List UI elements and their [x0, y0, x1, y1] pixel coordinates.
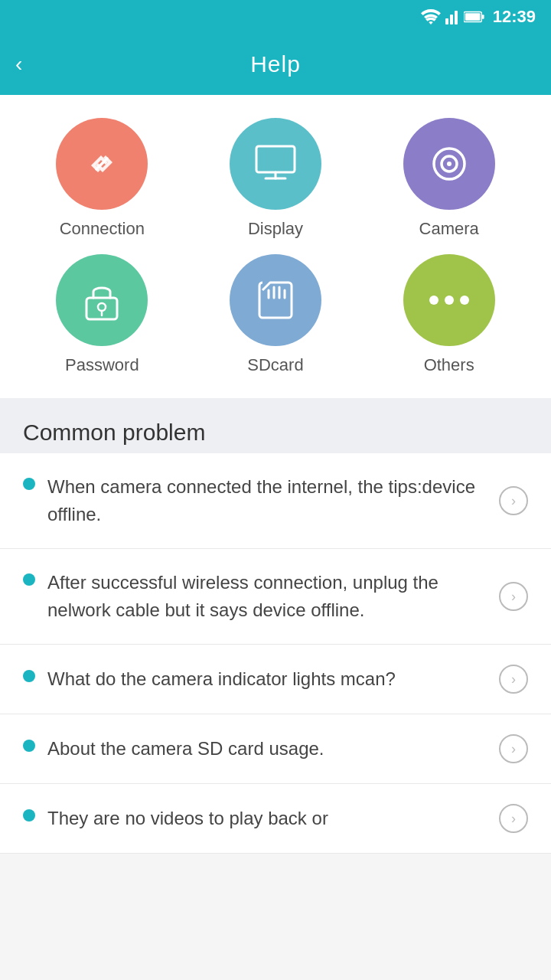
list-item-text: What do the camera indicator lights mcan… [47, 665, 396, 693]
header: ‹ Help [0, 34, 551, 95]
back-button[interactable]: ‹ [15, 54, 22, 75]
dots-icon [426, 291, 472, 309]
svg-point-22 [460, 296, 469, 305]
list-bullet [23, 809, 35, 822]
list-item-left: After successful wireless connection, un… [23, 569, 499, 624]
category-label-display: Display [248, 219, 303, 239]
list-bullet [23, 573, 35, 586]
chevron-right-icon: › [499, 582, 528, 611]
list-item[interactable]: When camera connected the internel, the … [0, 453, 551, 549]
category-label-camera: Camera [419, 219, 479, 239]
list-bullet [23, 670, 35, 682]
list-item-text: About the camera SD card usage. [47, 735, 324, 763]
svg-rect-4 [482, 15, 484, 19]
category-item-display[interactable]: Display [189, 118, 363, 239]
page-title: Help [250, 51, 301, 77]
category-item-others[interactable]: Others [362, 254, 536, 375]
svg-point-12 [447, 162, 452, 166]
common-problem-section: Common problem [0, 398, 551, 453]
category-circle-sdcard [230, 254, 321, 346]
battery-icon [464, 10, 485, 24]
category-label-others: Others [424, 355, 474, 375]
list-item-left: When camera connected the internel, the … [23, 473, 499, 528]
svg-point-21 [445, 296, 454, 305]
status-bar: 12:39 [0, 0, 551, 34]
list-item-text: After successful wireless connection, un… [47, 569, 484, 624]
category-circle-password [56, 254, 148, 346]
svg-point-14 [98, 303, 106, 311]
svg-rect-0 [445, 18, 448, 24]
category-label-password: Password [65, 355, 139, 375]
lock-icon [83, 278, 121, 322]
list-item[interactable]: They are no videos to play back or › [0, 784, 551, 854]
list-item-left: About the camera SD card usage. [23, 735, 499, 763]
chevron-right-icon: › [499, 804, 528, 833]
list-item[interactable]: After successful wireless connection, un… [0, 549, 551, 645]
list-bullet [23, 478, 35, 490]
list-item-left: What do the camera indicator lights mcan… [23, 665, 499, 693]
category-circle-others [403, 254, 495, 346]
category-label-sdcard: SDcard [247, 355, 303, 375]
category-label-connection: Connection [60, 219, 145, 239]
status-icons: 12:39 [421, 7, 536, 27]
svg-point-20 [429, 296, 439, 305]
svg-rect-7 [256, 146, 295, 172]
list-bullet [23, 740, 35, 752]
category-item-sdcard[interactable]: SDcard [189, 254, 363, 375]
category-item-camera[interactable]: Camera [362, 118, 536, 239]
category-circle-connection [56, 118, 148, 210]
chevron-right-icon: › [499, 665, 528, 694]
signal-icon [445, 9, 459, 24]
sdcard-icon [258, 279, 293, 321]
chevron-right-icon: › [499, 734, 528, 763]
status-time: 12:39 [493, 7, 536, 27]
category-item-password[interactable]: Password [15, 254, 189, 375]
list-item-text: When camera connected the internel, the … [47, 473, 484, 528]
category-grid: Connection Display Camera [15, 118, 536, 375]
list-item[interactable]: About the camera SD card usage. › [0, 714, 551, 784]
category-section: Connection Display Camera [0, 95, 551, 398]
link-icon [81, 143, 122, 185]
list-item-left: They are no videos to play back or [23, 805, 499, 832]
common-problem-title: Common problem [23, 420, 205, 445]
list-item-text: They are no videos to play back or [47, 805, 328, 832]
category-circle-display [230, 118, 321, 210]
category-item-connection[interactable]: Connection [15, 118, 189, 239]
camera-icon [428, 142, 471, 185]
chevron-right-icon: › [499, 486, 528, 515]
svg-rect-2 [455, 11, 458, 24]
svg-rect-5 [465, 13, 481, 20]
wifi-icon [421, 9, 441, 24]
category-circle-camera [403, 118, 495, 210]
list-container: When camera connected the internel, the … [0, 453, 551, 854]
svg-rect-1 [450, 15, 453, 24]
monitor-icon [253, 143, 298, 185]
list-item[interactable]: What do the camera indicator lights mcan… [0, 645, 551, 714]
